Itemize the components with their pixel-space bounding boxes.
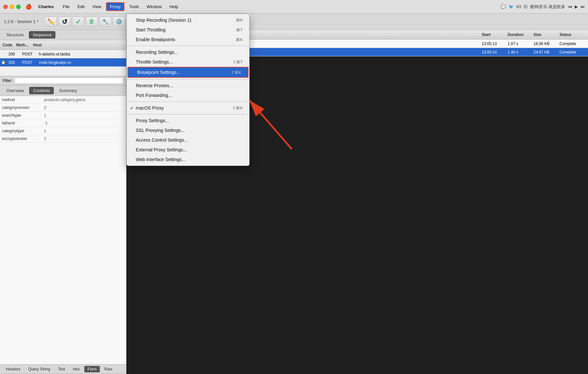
data-row: method products.category.getca	[0, 96, 126, 104]
menu-item-shortcut: ⌘K	[236, 37, 243, 42]
refresh-icon: ↺	[62, 18, 67, 26]
table-row[interactable]: 📄 200 POST h-adashx.ut.taoba	[0, 50, 126, 58]
row-status: Complete	[559, 50, 585, 54]
menu-item-label: macOS Proxy	[136, 105, 164, 111]
row-icon: 📄	[1, 52, 6, 56]
play-icon[interactable]: ▶	[575, 4, 578, 9]
filter-input[interactable]	[14, 77, 123, 84]
menu-web-interface-settings[interactable]: Web Interface Settings...	[127, 155, 249, 164]
menu-item-label: Reverse Proxies...	[136, 83, 173, 88]
menubar-right: 💬 🐦 63 Ⓚ 酷狗音乐 就是歌多 ⏮ ▶ ⏭	[501, 4, 585, 10]
tab-structure[interactable]: Structure	[3, 31, 28, 39]
menu-item-shortcut: ⇧⌘K	[231, 70, 241, 75]
check-button[interactable]: ✓	[72, 17, 84, 27]
apple-menu[interactable]: 🍎	[25, 4, 32, 10]
row-method: POST	[22, 60, 39, 65]
k-icon[interactable]: Ⓚ	[523, 4, 528, 10]
rcol-start-header: Start	[482, 32, 508, 37]
menu-throttle-settings[interactable]: Throttle Settings... ⇧⌘T	[127, 57, 249, 67]
req-tab-form[interactable]: Form	[84, 366, 100, 372]
menu-window[interactable]: Window	[144, 3, 165, 10]
menu-macos-proxy[interactable]: macOS Proxy ⇧⌘P	[127, 103, 249, 113]
menu-proxy[interactable]: Proxy	[106, 2, 124, 11]
wechat-icon[interactable]: 💬	[501, 4, 506, 9]
menu-item-label: External Proxy Settings...	[136, 147, 187, 152]
bird-icon[interactable]: 🐦	[509, 4, 514, 9]
menu-enable-breakpoints[interactable]: Enable Breakpoints ⌘K	[127, 35, 249, 44]
row-size: 18.06 KB	[534, 41, 559, 46]
proxy-dropdown-menu: Stop Recording (Session 1) ⌘R Start Thro…	[126, 14, 250, 166]
col-method-header: Meth...	[16, 43, 33, 47]
menu-item-label: Web Interface Settings...	[136, 157, 185, 162]
app-name[interactable]: Charles	[35, 3, 57, 10]
data-value-cell: 2	[44, 136, 124, 141]
req-tab-hex[interactable]: Hex	[70, 366, 83, 372]
pen-button[interactable]: ✏️	[45, 17, 57, 27]
row-code: 200	[7, 52, 22, 56]
row-method: POST	[22, 52, 39, 56]
menu-item-shortcut: ⌘T	[236, 28, 243, 32]
menu-proxy-settings[interactable]: Proxy Settings...	[127, 116, 249, 125]
refresh-button[interactable]: ↺	[58, 17, 71, 27]
tab-contents[interactable]: Contents	[29, 87, 54, 94]
next-icon[interactable]: ⏭	[581, 4, 585, 9]
menu-ssl-proxying-settings[interactable]: SSL Proxying Settings...	[127, 125, 249, 135]
menu-item-label: Recording Settings...	[136, 50, 178, 55]
gear-button[interactable]: ⚙️	[113, 17, 125, 27]
filter-label: Filter:	[3, 78, 12, 83]
menu-edit[interactable]: Edit	[74, 3, 88, 10]
rcol-status-header: Status	[559, 32, 585, 37]
menu-item-shortcut: ⌘R	[236, 18, 243, 23]
data-name-cell: categoryversion	[2, 105, 44, 110]
req-tab-querystring[interactable]: Query String	[25, 366, 53, 372]
session-table-header: Code Meth... Host	[0, 40, 126, 50]
menu-reverse-proxies[interactable]: Reverse Proxies...	[127, 81, 249, 90]
wrench-icon: 🔧	[102, 18, 109, 25]
pen-icon: ✏️	[47, 18, 54, 25]
req-tab-text[interactable]: Text	[55, 366, 68, 372]
menu-view[interactable]: View	[89, 3, 105, 10]
menubar: 🍎 Charles File Edit View Proxy Tools Win…	[0, 0, 588, 14]
maximize-button[interactable]	[16, 5, 21, 9]
menu-file[interactable]: File	[60, 3, 73, 10]
tab-sequence[interactable]: Sequence	[29, 31, 56, 39]
menu-item-label: Start Throttling	[136, 27, 166, 32]
req-tab-raw[interactable]: Raw	[101, 366, 115, 372]
view-tab-bar: Structure Sequence	[0, 30, 126, 40]
rcol-size-header: Size	[534, 32, 559, 37]
menu-help[interactable]: Help	[166, 3, 182, 10]
trash-icon: 🗑	[89, 18, 95, 25]
data-name-cell: method	[2, 98, 44, 102]
menu-item-label: Breakpoint Settings...	[137, 70, 180, 75]
data-value-cell: -1	[44, 121, 124, 125]
trash-button[interactable]: 🗑	[86, 17, 98, 27]
gear-icon: ⚙️	[115, 18, 123, 25]
minimize-button[interactable]	[10, 5, 14, 9]
filter-bar: Filter:	[0, 76, 126, 86]
menu-item-label: Throttle Settings...	[136, 59, 173, 64]
table-row[interactable]: 📋 200 POST mobi.fangkuaiyi.co	[0, 58, 126, 67]
menu-breakpoint-settings[interactable]: Breakpoint Settings... ⇧⌘K	[127, 67, 249, 78]
menu-access-control-settings[interactable]: Access Control Settings...	[127, 135, 249, 145]
menu-item-label: Port Forwarding...	[136, 93, 172, 98]
wrench-button[interactable]: 🔧	[99, 17, 112, 27]
menu-port-forwarding[interactable]: Port Forwarding...	[127, 90, 249, 100]
menu-start-throttling[interactable]: Start Throttling ⌘T	[127, 25, 249, 35]
detail-tab-bar: Overview Contents Summary	[0, 86, 126, 96]
menu-stop-recording[interactable]: Stop Recording (Session 1) ⌘R	[127, 15, 249, 25]
menu-separator	[127, 79, 249, 79]
menu-separator	[127, 46, 249, 46]
req-tab-headers[interactable]: Headers	[3, 366, 24, 372]
data-name-cell: categorytype	[2, 129, 44, 133]
menu-item-label: Enable Breakpoints	[136, 37, 175, 42]
menu-external-proxy-settings[interactable]: External Proxy Settings...	[127, 145, 249, 155]
menu-recording-settings[interactable]: Recording Settings...	[127, 47, 249, 57]
prev-icon[interactable]: ⏮	[568, 4, 572, 9]
menu-tools[interactable]: Tools	[126, 3, 142, 10]
menu-separator	[127, 101, 249, 102]
rcol-duration-header: Duration	[508, 32, 534, 37]
close-button[interactable]	[3, 5, 8, 9]
tab-overview[interactable]: Overview	[3, 87, 28, 94]
row-size: 24.67 KB	[534, 50, 559, 54]
tab-summary[interactable]: Summary	[55, 87, 81, 94]
